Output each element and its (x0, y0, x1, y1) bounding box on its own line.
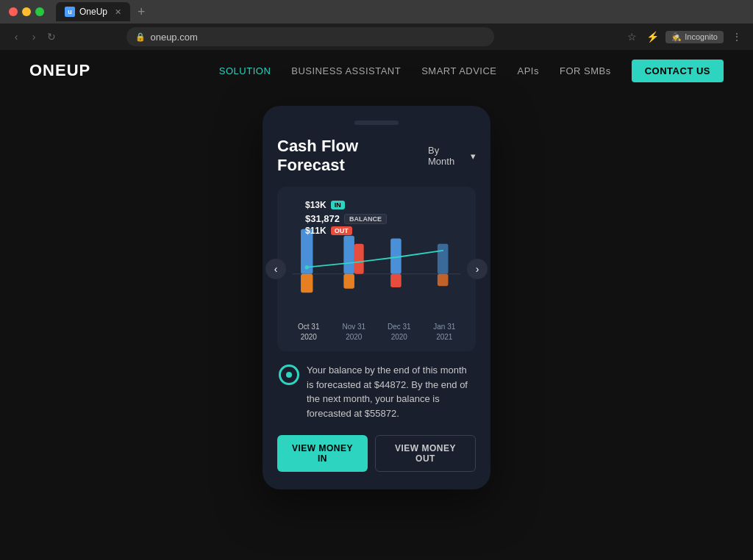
incognito-label: Incognito (685, 32, 718, 41)
insight-text: Your balance by the end of this month is… (307, 363, 474, 420)
period-label: By Month (428, 145, 468, 167)
x-label-jan-line2: 2021 (422, 332, 468, 342)
tab-label: OneUp (79, 7, 107, 17)
x-label-nov: Nov 31 2020 (332, 322, 377, 342)
svg-rect-3 (343, 236, 354, 274)
x-label-oct: Oct 31 2020 (286, 322, 332, 342)
new-tab-button[interactable]: + (133, 4, 150, 20)
address-bar[interactable]: 🔒 oneup.com (126, 27, 494, 46)
chevron-down-icon: ▾ (471, 151, 476, 162)
x-label-nov-line2: 2020 (332, 332, 377, 342)
forward-button[interactable]: › (26, 29, 41, 44)
chart-nav-right-button[interactable]: › (467, 259, 488, 279)
nav-business-assistant[interactable]: BUSINESS ASSISTANT (291, 65, 401, 76)
traffic-lights (9, 7, 44, 16)
insight-section: Your balance by the end of this month is… (277, 363, 476, 420)
card-title: Cash Flow Forecast (277, 137, 428, 175)
x-label-dec-line1: Dec 31 (376, 322, 422, 332)
svg-rect-7 (390, 274, 402, 287)
incognito-icon: 🕵 (671, 32, 682, 42)
browser-chrome: u OneUp ✕ + ‹ › ↻ 🔒 oneup.com ☆ ⚡ 🕵 Inco… (0, 0, 753, 50)
chart-nav-left-button[interactable]: ‹ (265, 259, 286, 279)
chart-x-labels: Oct 31 2020 Nov 31 2020 Dec 31 2020 Jan … (286, 316, 467, 342)
minimize-button[interactable] (22, 7, 31, 16)
chart-tooltip: $13K IN $31,872 BALANCE $11K OUT (305, 200, 387, 236)
insight-icon (279, 365, 299, 385)
nav-solution[interactable]: SOLUTION (219, 65, 271, 76)
nav-apis[interactable]: APIs (518, 65, 539, 76)
x-label-oct-line2: 2020 (286, 332, 332, 342)
tooltip-out-label: OUT (331, 226, 352, 235)
browser-addressbar: ‹ › ↻ 🔒 oneup.com ☆ ⚡ 🕵 Incognito ⋮ (0, 24, 753, 50)
browser-titlebar: u OneUp ✕ + (0, 0, 753, 24)
card-header: Cash Flow Forecast By Month ▾ (277, 137, 476, 175)
device-notch (354, 121, 399, 125)
page: ONEUP SOLUTION BUSINESS ASSISTANT SMART … (0, 50, 753, 560)
reload-button[interactable]: ↻ (44, 29, 59, 44)
svg-rect-8 (438, 244, 449, 274)
address-text: oneup.com (150, 32, 197, 43)
active-tab[interactable]: u OneUp ✕ (56, 2, 130, 21)
browser-actions: ☆ ⚡ 🕵 Incognito ⋮ (624, 29, 744, 44)
tooltip-balance-value: $31,872 (305, 213, 340, 224)
x-label-nov-line1: Nov 31 (332, 322, 377, 332)
nav-buttons: ‹ › ↻ (9, 29, 59, 44)
bookmark-icon[interactable]: ☆ (624, 29, 639, 44)
svg-rect-2 (301, 274, 313, 293)
tooltip-in-row: $13K IN (305, 200, 387, 210)
action-buttons: VIEW MONEY IN VIEW MONEY OUT (277, 435, 476, 472)
logo-text: ONEUP (29, 61, 90, 79)
navbar: ONEUP SOLUTION BUSINESS ASSISTANT SMART … (0, 50, 753, 91)
svg-rect-4 (343, 274, 354, 289)
tab-favicon: u (65, 7, 75, 17)
view-money-in-button[interactable]: VIEW MONEY IN (277, 435, 368, 472)
x-label-jan: Jan 31 2021 (422, 322, 468, 342)
close-button[interactable] (9, 7, 18, 16)
nav-links: SOLUTION BUSINESS ASSISTANT SMART ADVICE… (219, 65, 611, 76)
tab-close-icon[interactable]: ✕ (115, 7, 121, 17)
x-label-oct-line1: Oct 31 (286, 322, 332, 332)
x-label-dec: Dec 31 2020 (376, 322, 422, 342)
device-frame: Cash Flow Forecast By Month ▾ ‹ › $13K I… (263, 106, 490, 489)
svg-rect-9 (438, 274, 449, 286)
svg-rect-5 (354, 244, 364, 274)
x-label-dec-line2: 2020 (376, 332, 422, 342)
browser-tabs: u OneUp ✕ + (56, 2, 150, 21)
tooltip-in-value: $13K (305, 200, 326, 210)
tooltip-balance-row: $31,872 BALANCE (305, 213, 387, 224)
view-money-out-button[interactable]: VIEW MONEY OUT (375, 435, 476, 472)
lock-icon: 🔒 (135, 32, 146, 42)
tooltip-out-value: $11K (305, 226, 326, 236)
main-content: Cash Flow Forecast By Month ▾ ‹ › $13K I… (0, 91, 753, 504)
nav-smart-advice[interactable]: SMART ADVICE (421, 65, 496, 76)
period-selector[interactable]: By Month ▾ (428, 145, 476, 167)
incognito-badge: 🕵 Incognito (665, 31, 724, 43)
contact-button[interactable]: CONTACT US (632, 60, 724, 82)
nav-for-smbs[interactable]: FOR SMBs (560, 65, 611, 76)
x-label-jan-line1: Jan 31 (422, 322, 468, 332)
maximize-button[interactable] (35, 7, 44, 16)
back-button[interactable]: ‹ (9, 29, 24, 44)
extensions-icon[interactable]: ⚡ (645, 29, 660, 44)
svg-point-10 (305, 265, 309, 269)
tooltip-in-label: IN (331, 201, 345, 209)
menu-icon[interactable]: ⋮ (729, 29, 744, 44)
tooltip-out-row: $11K OUT (305, 226, 387, 236)
chart-container: ‹ › $13K IN $31,872 BALANCE $11K OUT (277, 187, 476, 351)
logo: ONEUP (29, 61, 90, 80)
tooltip-balance-label: BALANCE (344, 214, 387, 224)
